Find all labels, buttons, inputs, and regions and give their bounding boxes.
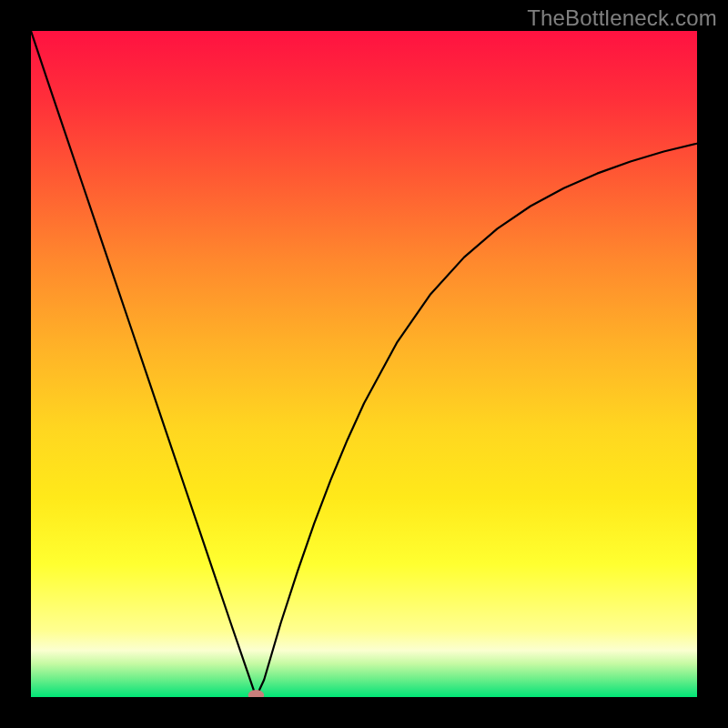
chart-plot-area: [31, 31, 697, 697]
bottleneck-curve: [31, 31, 697, 697]
chart-svg: [31, 31, 697, 697]
watermark-text: TheBottleneck.com: [527, 5, 717, 31]
chart-frame: TheBottleneck.com: [0, 0, 728, 728]
minimum-marker: [248, 690, 265, 697]
